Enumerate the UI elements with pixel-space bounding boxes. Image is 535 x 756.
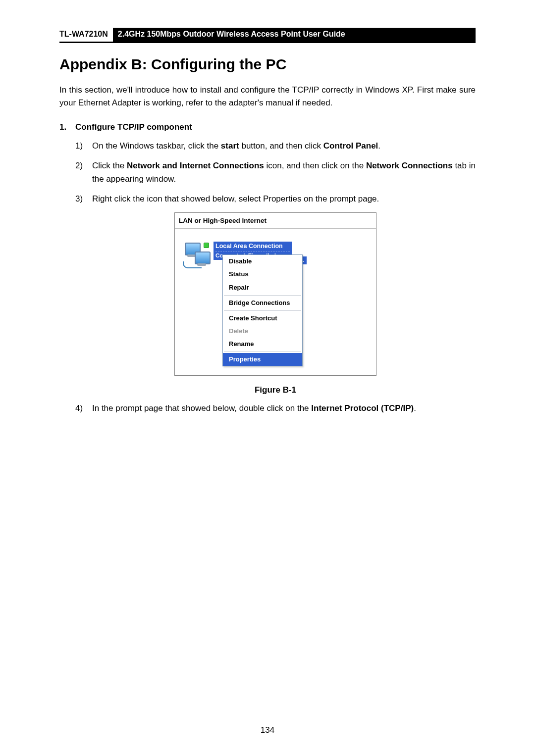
substep-4-content: In the prompt page that showed below, do… — [92, 402, 476, 415]
step-1: 1. Configure TCP/IP component 1) On the … — [59, 121, 476, 422]
figure-b1: LAN or High-Speed Internet :... — [75, 212, 476, 397]
context-menu: Disable Status Repair Bridge Connections… — [222, 254, 303, 366]
control-panel-label: Control Panel — [323, 141, 378, 151]
menu-item-status[interactable]: Status — [223, 268, 302, 281]
substep-3-marker: 3) — [75, 193, 92, 205]
page-number: 134 — [0, 725, 535, 735]
header-title: 2.4GHz 150Mbps Outdoor Wireless Access P… — [113, 28, 476, 42]
substep-4-text-a: In the prompt page that showed below, do… — [92, 403, 311, 413]
xp-window: LAN or High-Speed Internet :... — [174, 212, 376, 376]
network-connection-icon — [183, 242, 212, 265]
ordered-list-level1: 1. Configure TCP/IP component 1) On the … — [59, 121, 476, 422]
internet-protocol-label: Internet Protocol (TCP/IP) — [311, 403, 414, 413]
substep-1: 1) On the Windows taskbar, click the sta… — [75, 140, 476, 152]
substep-1-text-a: On the Windows taskbar, click the — [92, 141, 221, 151]
step-1-heading-text: Configure TCP/IP component — [75, 122, 192, 132]
menu-item-disable[interactable]: Disable — [223, 255, 302, 268]
menu-item-delete: Delete — [223, 325, 302, 338]
menu-separator — [224, 352, 301, 352]
substep-1-marker: 1) — [75, 140, 92, 152]
network-internet-connections-label: Network and Internet Connections — [127, 161, 264, 170]
menu-item-properties[interactable]: Properties — [223, 353, 302, 366]
substep-4: 4) In the prompt page that showed below,… — [75, 402, 476, 415]
xp-connection-name: Local Area Connection — [215, 243, 283, 250]
header-bar: TL-WA7210N 2.4GHz 150Mbps Outdoor Wirele… — [59, 28, 476, 43]
menu-item-bridge[interactable]: Bridge Connections — [223, 297, 302, 309]
substep-2-text-b: icon, and then click on the — [264, 161, 366, 170]
substep-2-marker: 2) — [75, 159, 92, 186]
step-1-number: 1. — [59, 121, 75, 422]
section-title: Appendix B: Configuring the PC — [59, 56, 476, 73]
substep-2: 2) Click the Network and Internet Connec… — [75, 159, 476, 186]
substep-3-content: Right click the icon that showed below, … — [92, 193, 476, 205]
substep-2-content: Click the Network and Internet Connectio… — [92, 159, 476, 186]
xp-group-label: LAN or High-Speed Internet — [175, 213, 376, 229]
network-connections-label: Network Connections — [366, 161, 453, 170]
substep-2-text-a: Click the — [92, 161, 127, 170]
substep-1-text-b: button, and then click — [239, 141, 323, 151]
ordered-list-level2: 1) On the Windows taskbar, click the sta… — [75, 140, 476, 415]
page: TL-WA7210N 2.4GHz 150Mbps Outdoor Wirele… — [0, 0, 535, 756]
step-1-heading: Configure TCP/IP component 1) On the Win… — [75, 121, 476, 422]
header-model: TL-WA7210N — [59, 28, 113, 42]
substep-1-content: On the Windows taskbar, click the start … — [92, 140, 476, 152]
xp-body: :... — [175, 229, 376, 375]
start-label: start — [221, 141, 239, 151]
menu-separator — [224, 310, 301, 311]
substep-3: 3) Right click the icon that showed belo… — [75, 193, 476, 205]
figure-caption: Figure B-1 — [255, 384, 296, 397]
menu-item-repair[interactable]: Repair — [223, 281, 302, 294]
substep-4-marker: 4) — [75, 402, 92, 415]
menu-separator — [224, 295, 301, 296]
menu-item-create-shortcut[interactable]: Create Shortcut — [223, 312, 302, 325]
intro-paragraph: In this section, we'll introduce how to … — [59, 84, 476, 110]
substep-1-text-c: . — [378, 141, 380, 151]
menu-item-rename[interactable]: Rename — [223, 338, 302, 351]
substep-4-text-b: . — [414, 403, 416, 413]
